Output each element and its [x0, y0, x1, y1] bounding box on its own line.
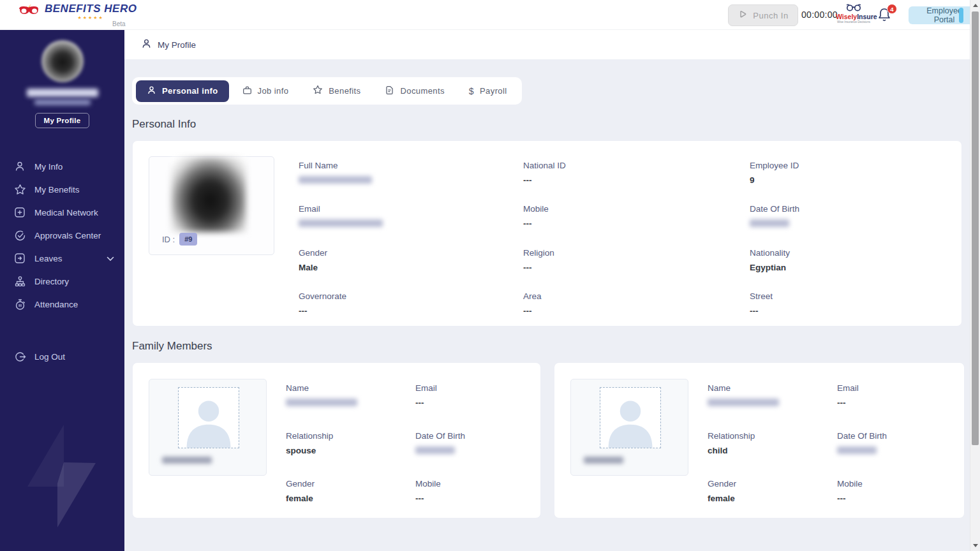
personal-info-heading: Personal Info [132, 118, 962, 131]
sidebar-item-medical-network[interactable]: Medical Network [0, 201, 124, 224]
main-content: My Profile Personal info Job info Benefi… [124, 30, 970, 551]
field-member-email: Email --- [837, 383, 964, 422]
briefcase-icon [242, 85, 252, 97]
sidebar-item-approvals-center[interactable]: Approvals Center [0, 224, 124, 247]
bolt-watermark [0, 395, 124, 551]
bell-icon [877, 14, 892, 25]
punch-in-button[interactable]: Punch In [728, 4, 798, 26]
tab-payroll[interactable]: $ Payroll [458, 81, 518, 101]
member-name-caption-redacted [162, 457, 212, 464]
user-icon [13, 160, 26, 173]
chevron-down-icon [107, 254, 114, 263]
member-dob-redacted [837, 446, 877, 454]
work-timer: 00:00:00 [801, 10, 838, 20]
brand-stars: ★★★★★ [45, 15, 137, 20]
field-nationality: Nationality Egyptian [750, 248, 961, 283]
user-name-redacted [27, 89, 98, 97]
member-photo-box [149, 379, 267, 476]
field-area: Area --- [523, 291, 750, 326]
sidebar-item-directory[interactable]: Directory [0, 270, 124, 293]
wisely-insure-logo: WiselyInsure Wise Insurance Decisions [836, 4, 872, 24]
field-national-id: National ID --- [523, 161, 750, 195]
member-dob-redacted [415, 446, 455, 454]
tab-documents[interactable]: Documents [374, 80, 455, 102]
field-gender: Gender Male [299, 248, 523, 283]
check-circle-icon [13, 229, 26, 242]
field-full-name: Full Name [299, 161, 523, 195]
user-subtitle-redacted [34, 99, 91, 105]
scroll-up-arrow[interactable] [973, 4, 978, 7]
member-photo-placeholder [178, 387, 239, 448]
employee-photo-blurred [171, 157, 246, 232]
member-photo-box [570, 379, 688, 476]
notifications-button[interactable]: 4 [877, 6, 895, 24]
star-icon [13, 183, 26, 196]
breadcrumb-my-profile[interactable]: My Profile [158, 40, 196, 50]
breadcrumb: My Profile [124, 30, 970, 59]
field-member-relationship: Relationship child [708, 431, 837, 470]
profile-tabs: Personal info Job info Benefits Document… [132, 77, 522, 105]
tab-job-info[interactable]: Job info [232, 80, 300, 102]
field-member-name: Name [286, 383, 415, 422]
document-icon [385, 85, 394, 97]
employee-id-badge: #9 [179, 233, 197, 246]
user-icon [141, 38, 152, 52]
sidebar-item-log-out[interactable]: Log Out [0, 345, 124, 368]
field-member-dob: Date Of Birth [837, 431, 964, 470]
field-date-of-birth: Date Of Birth [750, 204, 961, 239]
my-profile-button[interactable]: My Profile [35, 113, 90, 128]
field-email: Email [299, 204, 523, 239]
play-icon [738, 10, 748, 22]
notification-count-badge: 4 [887, 4, 897, 14]
field-member-name: Name [708, 383, 837, 422]
sidebar-item-my-info[interactable]: My Info [0, 155, 124, 178]
beta-label: Beta [112, 20, 126, 27]
tab-personal-info[interactable]: Personal info [136, 80, 229, 102]
member-name-redacted [708, 399, 779, 406]
field-governorate: Governorate --- [299, 291, 523, 326]
brand-name: BENEFITS HERO [45, 3, 137, 15]
family-members-heading: Family Members [132, 340, 962, 353]
id-label: ID : [162, 235, 175, 244]
field-member-relationship: Relationship spouse [286, 431, 415, 470]
vertical-scrollbar[interactable] [970, 0, 980, 551]
employee-photo-box: ID : #9 [149, 156, 274, 255]
sidebar-item-attendance[interactable]: Attendance [0, 293, 124, 316]
benefits-hero-logo[interactable]: BENEFITS HERO ★★★★★ Beta [18, 3, 137, 20]
personal-info-card: ID : #9 Full Name National ID --- Employ… [132, 140, 962, 327]
sidebar-item-my-benefits[interactable]: My Benefits [0, 178, 124, 201]
field-employee-id: Employee ID 9 [750, 161, 961, 195]
field-religion: Religion --- [523, 248, 750, 283]
mask-logo-icon [18, 3, 41, 20]
owl-glasses-icon [836, 4, 872, 13]
dob-redacted [750, 219, 789, 227]
user-avatar-blurred [41, 40, 84, 82]
scrollbar-thumb[interactable] [972, 11, 979, 445]
portal-accent-bar [959, 8, 963, 23]
member-photo-placeholder [600, 387, 661, 448]
field-street: Street --- [750, 291, 961, 326]
member-name-redacted [286, 399, 357, 406]
member-name-caption-redacted [584, 457, 623, 464]
field-member-gender: Gender female [708, 479, 837, 518]
top-header: BENEFITS HERO ★★★★★ Beta Punch In 00:00:… [0, 0, 980, 30]
scroll-down-arrow[interactable] [973, 544, 978, 547]
logout-icon [13, 350, 26, 363]
tab-benefits[interactable]: Benefits [302, 80, 371, 102]
org-chart-icon [13, 275, 26, 288]
user-icon [147, 85, 156, 97]
field-member-gender: Gender female [286, 479, 415, 518]
calendar-send-icon [13, 252, 26, 265]
stopwatch-icon [13, 298, 26, 311]
email-redacted [299, 219, 383, 227]
sidebar-item-leaves[interactable]: Leaves [0, 247, 124, 270]
field-member-email: Email --- [415, 383, 540, 422]
sidebar: My Profile My Info My Benefits Medical N… [0, 30, 124, 551]
medical-plus-icon [13, 206, 26, 219]
field-member-mobile: Mobile --- [837, 479, 964, 518]
dollar-icon: $ [469, 86, 474, 96]
person-silhouette-icon [179, 393, 238, 448]
family-member-card: Name Email --- Relationship spouse Date … [132, 362, 541, 518]
full-name-redacted [299, 176, 372, 184]
family-member-card: Name Email --- Relationship child Date O… [554, 362, 965, 518]
